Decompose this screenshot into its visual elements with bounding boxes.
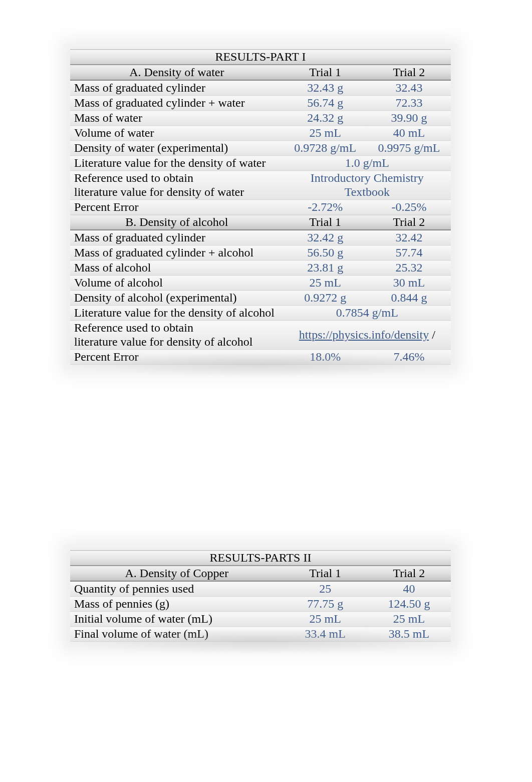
ref-label-line2: literature value for density of alcohol <box>74 335 253 348</box>
row-label: Literature value for the density of alco… <box>70 306 284 321</box>
section2A-header-row: A. Density of Copper Trial 1 Trial 2 <box>70 566 451 581</box>
table2-title: RESULTS-PARTS II <box>70 551 451 566</box>
row-label: Volume of alcohol <box>70 276 284 291</box>
row-label: Quantity of pennies used <box>70 581 284 597</box>
sectionA-header-row: A. Density of water Trial 1 Trial 2 <box>70 65 451 80</box>
row-value-t2: 25.32 <box>367 260 451 276</box>
row-value-t1: 25 mL <box>284 276 367 291</box>
lit-alcohol-value: 0.7854 g/mL <box>284 306 451 321</box>
ref-value-line2: Textbook <box>345 185 390 198</box>
row-label: Final volume of water (mL) <box>70 627 284 642</box>
row-value-t2: 40 mL <box>367 126 451 141</box>
row-value-t1: 25 <box>284 581 367 597</box>
row-label: Mass of pennies (g) <box>70 597 284 612</box>
row-value-t2: 39.90 g <box>367 111 451 126</box>
row-value-t2: 38.5 mL <box>367 627 451 642</box>
row-label: Density of water (experimental) <box>70 141 284 156</box>
sectionB-heading: B. Density of alcohol <box>70 215 284 230</box>
row-label: Reference used to obtain literature valu… <box>70 321 284 350</box>
ref-label-line1: Reference used to obtain <box>74 321 193 334</box>
ref-label-line1: Reference used to obtain <box>74 171 193 184</box>
row-label: Percent Error <box>70 350 284 365</box>
table-row: Mass of graduated cylinder + water 56.74… <box>70 96 451 111</box>
row-value-t2: 40 <box>367 581 451 597</box>
table-row: Mass of graduated cylinder 32.43 g 32.43 <box>70 80 451 96</box>
row-value-t2: 0.9975 g/mL <box>367 141 451 156</box>
table-row: Volume of water 25 mL 40 mL <box>70 126 451 141</box>
pe-water-t1: -2.72% <box>284 200 367 215</box>
ref-label-line2: literature value for density of water <box>74 185 244 198</box>
row-value-t2: 124.50 g <box>367 597 451 612</box>
section2A-heading: A. Density of Copper <box>70 566 284 581</box>
row-label: Volume of water <box>70 126 284 141</box>
sectionB-trial2-head: Trial 2 <box>367 215 451 230</box>
sectionB-trial1-head: Trial 1 <box>284 215 367 230</box>
table-row: Volume of alcohol 25 mL 30 mL <box>70 276 451 291</box>
table-row: Quantity of pennies used 25 40 <box>70 581 451 597</box>
table-row: Density of alcohol (experimental) 0.9272… <box>70 291 451 306</box>
row-value-t2: 0.844 g <box>367 291 451 306</box>
row-label: Mass of graduated cylinder <box>70 80 284 96</box>
table1-title: RESULTS-PART I <box>70 50 451 65</box>
row-value-t1: 32.43 g <box>284 80 367 96</box>
table-row: Density of water (experimental) 0.9728 g… <box>70 141 451 156</box>
table-row: Final volume of water (mL) 33.4 mL 38.5 … <box>70 627 451 642</box>
row-value-t1: 33.4 mL <box>284 627 367 642</box>
row-label: Mass of graduated cylinder + water <box>70 96 284 111</box>
row-label: Reference used to obtain literature valu… <box>70 171 284 200</box>
row-value-t1: 24.32 g <box>284 111 367 126</box>
results-part2-table: RESULTS-PARTS II A. Density of Copper Tr… <box>70 550 451 642</box>
row-value-t1: 23.81 g <box>284 260 367 276</box>
row-value-t1: 56.74 g <box>284 96 367 111</box>
sectionB-header-row: B. Density of alcohol Trial 1 Trial 2 <box>70 215 451 230</box>
row-value-t1: 77.75 g <box>284 597 367 612</box>
row-value-t1: 0.9272 g <box>284 291 367 306</box>
row-value-t2: 30 mL <box>367 276 451 291</box>
row-label: Percent Error <box>70 200 284 215</box>
pe-alcohol-t1: 18.0% <box>284 350 367 365</box>
ref-alcohol-suffix: / <box>429 328 435 341</box>
table-row: Initial volume of water (mL) 25 mL 25 mL <box>70 612 451 627</box>
pe-water-t2: -0.25% <box>367 200 451 215</box>
pe-alcohol-t2: 7.46% <box>367 350 451 365</box>
sectionA-heading: A. Density of water <box>70 65 284 80</box>
row-label: Mass of graduated cylinder + alcohol <box>70 245 284 260</box>
row-label: Mass of water <box>70 111 284 126</box>
table-row: Mass of pennies (g) 77.75 g 124.50 g <box>70 597 451 612</box>
sectionA-trial1-head: Trial 1 <box>284 65 367 80</box>
row-value-t1: 25 mL <box>284 126 367 141</box>
row-value-t2: 57.74 <box>367 245 451 260</box>
ref-water-value: Introductory Chemistry Textbook <box>284 171 451 200</box>
table-row: Mass of graduated cylinder 32.42 g 32.42 <box>70 230 451 245</box>
row-value-t2: 25 mL <box>367 612 451 627</box>
table-row: Mass of alcohol 23.81 g 25.32 <box>70 260 451 276</box>
row-value-t2: 32.43 <box>367 80 451 96</box>
section2A-trial1-head: Trial 1 <box>284 566 367 581</box>
row-value-t1: 25 mL <box>284 612 367 627</box>
section2A-trial2-head: Trial 2 <box>367 566 451 581</box>
row-value-t2: 32.42 <box>367 230 451 245</box>
row-label: Literature value for the density of wate… <box>70 156 284 171</box>
results-part1-container: RESULTS-PART I A. Density of water Trial… <box>70 49 451 365</box>
ref-alcohol-value: https://physics.info/density / <box>284 321 451 350</box>
ref-value-line1: Introductory Chemistry <box>311 171 424 184</box>
table-row-ref-alcohol: Reference used to obtain literature valu… <box>70 321 451 350</box>
table-row-lit-water: Literature value for the density of wate… <box>70 156 451 171</box>
row-label: Mass of alcohol <box>70 260 284 276</box>
table-row-lit-alcohol: Literature value for the density of alco… <box>70 306 451 321</box>
ref-alcohol-link[interactable]: https://physics.info/density <box>299 328 429 341</box>
table1-title-row: RESULTS-PART I <box>70 50 451 65</box>
row-value-t2: 72.33 <box>367 96 451 111</box>
results-part1-table: RESULTS-PART I A. Density of water Trial… <box>70 49 451 365</box>
table-row-pe-water: Percent Error -2.72% -0.25% <box>70 200 451 215</box>
row-label: Initial volume of water (mL) <box>70 612 284 627</box>
table2-title-row: RESULTS-PARTS II <box>70 551 451 566</box>
row-value-t1: 32.42 g <box>284 230 367 245</box>
row-label: Mass of graduated cylinder <box>70 230 284 245</box>
row-value-t1: 56.50 g <box>284 245 367 260</box>
table-row: Mass of graduated cylinder + alcohol 56.… <box>70 245 451 260</box>
results-part2-container: RESULTS-PARTS II A. Density of Copper Tr… <box>70 550 451 642</box>
sectionA-trial2-head: Trial 2 <box>367 65 451 80</box>
row-label: Density of alcohol (experimental) <box>70 291 284 306</box>
table-row-pe-alcohol: Percent Error 18.0% 7.46% <box>70 350 451 365</box>
